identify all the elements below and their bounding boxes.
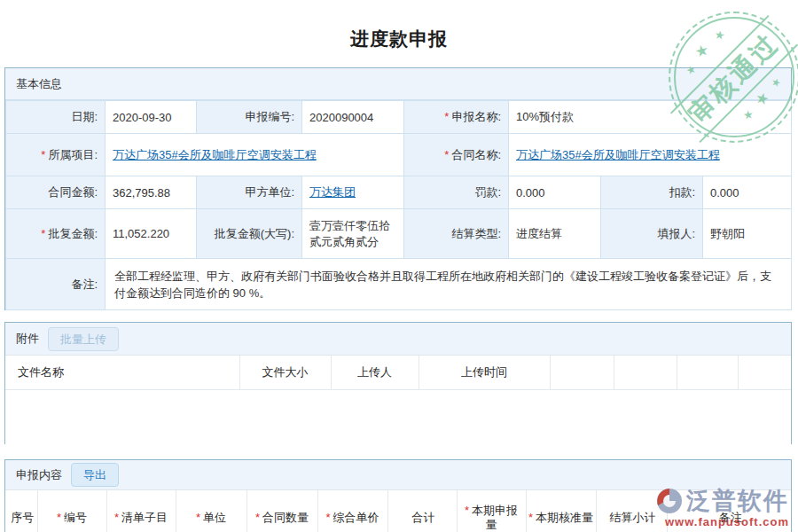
attachments-section-title: 附件 [16,331,39,347]
basic-row-1: 日期: 2020-09-30 申报编号: 2020090004 *申报名称: 1… [6,101,792,134]
declaration-col-code: *编号 [37,490,106,532]
page-title: 进度款申报 [0,27,798,51]
project-value-cell: 万达广场35#会所及咖啡厅空调安装工程 [106,134,404,176]
attachments-panel: 附件 批量上传 文件名称 文件大小 上传人 上传时间 [4,322,792,444]
declaration-no-value: 2020090004 [302,101,404,134]
declaration-name-label: *申报名称: [404,101,509,134]
penalty-label: 罚款: [404,176,509,209]
export-button[interactable]: 导出 [71,463,119,487]
declaration-table: 序号 *编号 *清单子目 *单位 *合同数量 *综合单价 合计 *本期申报量 *… [5,490,791,532]
attachments-col-uploader: 上传人 [331,356,419,389]
declaration-col-declared-qty: *本期申报量 [457,490,526,532]
party-a-label: 甲方单位: [197,176,302,209]
approved-amount-value: 11,052.220 [106,209,197,259]
date-value: 2020-09-30 [106,101,197,134]
deduction-label: 扣款: [601,176,703,209]
declaration-name-value: 10%预付款 [509,101,792,134]
reporter-label: 填报人: [601,209,703,259]
declaration-col-list-item: *清单子目 [106,490,176,532]
attachments-col-uploadtime: 上传时间 [419,356,550,389]
attachments-col-filename: 文件名称 [5,356,239,389]
basic-row-2: *所属项目: 万达广场35#会所及咖啡厅空调安装工程 *合同名称: 万达广场35… [6,134,792,176]
settlement-type-label: 结算类型: [404,209,509,259]
contract-amount-value: 362,795.88 [106,176,197,209]
party-a-value-cell: 万达集团 [302,176,404,209]
approved-amount-label: *批复金额: [6,209,106,259]
attachments-section-header: 附件 批量上传 [5,323,791,356]
declaration-col-unit: *单位 [176,490,246,532]
project-label: *所属项目: [6,134,106,176]
declaration-col-unit-price: *综合单价 [317,490,387,532]
reporter-value: 野朝阳 [703,209,792,259]
attachments-col-filesize: 文件大小 [239,356,331,389]
contract-name-label: *合同名称: [404,134,509,176]
basic-row-3: 合同金额: 362,795.88 甲方单位: 万达集团 罚款: 0.000 扣款… [6,176,792,209]
declaration-header-row: 序号 *编号 *清单子目 *单位 *合同数量 *综合单价 合计 *本期申报量 *… [5,490,791,532]
approved-amount-caps-value: 壹万壹仟零伍拾贰元贰角贰分 [302,209,404,259]
contract-amount-label: 合同金额: [6,176,106,209]
attachments-table: 文件名称 文件大小 上传人 上传时间 [5,356,791,445]
attachments-col-extra-1 [550,356,614,389]
project-link[interactable]: 万达广场35#会所及咖啡厅空调安装工程 [113,148,317,161]
contract-name-link[interactable]: 万达广场35#会所及咖啡厅空调安装工程 [516,148,720,161]
declaration-section-title: 申报内容 [16,467,62,483]
declaration-col-approved-qty: *本期核准量 [526,490,596,532]
declaration-col-remarks: 备注 [667,490,791,532]
declaration-col-total: 合计 [387,490,457,532]
party-a-link[interactable]: 万达集团 [309,185,356,199]
declaration-col-seq: 序号 [5,490,37,532]
attachments-col-extra-2 [614,356,677,389]
attachments-col-extra-3 [677,356,738,389]
basic-info-panel: 基本信息 日期: 2020-09-30 申报编号: 2020090004 *申报… [4,67,792,310]
deduction-value: 0.000 [703,176,792,209]
basic-row-remarks: 备注: 全部工程经监理、甲方、政府有关部门书面验收合格并且取得工程所在地政府相关… [6,259,792,310]
remarks-label: 备注: [6,259,106,310]
declaration-panel: 申报内容 导出 序号 *编号 *清单子目 *单位 *合同数量 *综合单价 合计 … [4,459,792,532]
contract-name-value-cell: 万达广场35#会所及咖啡厅空调安装工程 [509,134,792,176]
declaration-no-label: 申报编号: [197,101,302,134]
attachments-col-extra-4 [738,356,791,389]
declaration-section-header: 申报内容 导出 [5,460,791,490]
approved-amount-caps-label: 批复金额(大写): [197,209,302,259]
date-label: 日期: [6,101,106,134]
penalty-value: 0.000 [509,176,601,209]
settlement-type-value: 进度结算 [509,209,601,259]
attachments-header-row: 文件名称 文件大小 上传人 上传时间 [5,356,791,389]
basic-info-section-header: 基本信息 [5,68,791,100]
basic-row-4: *批复金额: 11,052.220 批复金额(大写): 壹万壹仟零伍拾贰元贰角贰… [6,209,792,259]
batch-upload-button[interactable]: 批量上传 [48,327,119,351]
declaration-col-settle-subtotal: 结算小计 [596,490,667,532]
declaration-col-contract-qty: *合同数量 [246,490,317,532]
basic-info-table: 日期: 2020-09-30 申报编号: 2020090004 *申报名称: 1… [5,100,792,310]
basic-info-section-title: 基本信息 [16,76,62,92]
remarks-value: 全部工程经监理、甲方、政府有关部门书面验收合格并且取得工程所在地政府相关部门的《… [106,259,792,310]
attachments-empty-body [5,389,791,445]
